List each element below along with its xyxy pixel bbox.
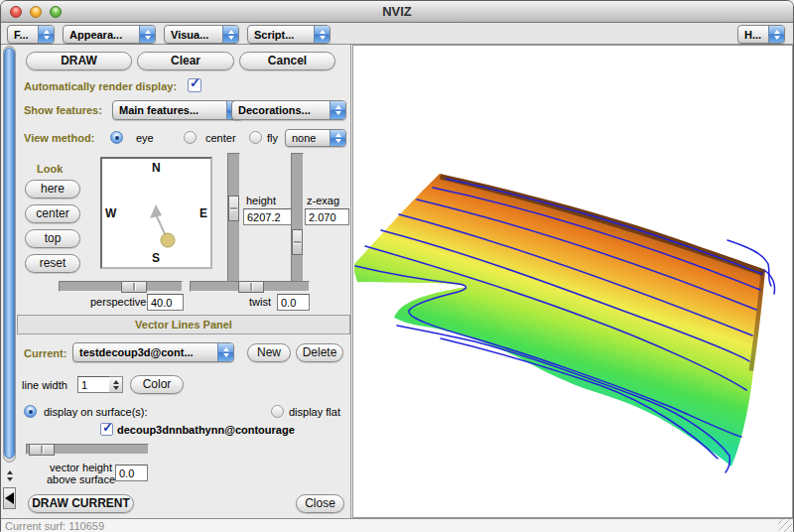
popup-arrows-icon	[330, 101, 345, 119]
fly-mode-popup[interactable]: none	[285, 129, 346, 147]
show-features-label: Show features:	[24, 104, 102, 116]
titlebar: NVIZ	[1, 1, 793, 23]
popup-arrows-icon	[217, 343, 233, 361]
menu-scripting[interactable]: Script...	[247, 25, 331, 44]
view-method-eye-label: eye	[136, 132, 154, 144]
menu-file-label: F...	[8, 29, 38, 41]
view-method-center-radio[interactable]	[184, 131, 197, 144]
vector-height-input[interactable]	[115, 465, 148, 481]
twist-label: twist	[249, 296, 271, 308]
height-label: height	[246, 195, 276, 206]
vector-height-slider-handle[interactable]	[29, 444, 55, 456]
zexag-input[interactable]	[305, 208, 349, 225]
nviz-window: NVIZ F... Appeara... Visua... Script... …	[0, 0, 794, 532]
display-on-surfaces-radio[interactable]	[24, 405, 37, 418]
menu-scripting-label: Script...	[248, 29, 314, 41]
new-button[interactable]: New	[247, 343, 291, 362]
vector-height-label-line1: vector height	[47, 462, 112, 473]
surface-checkbox-label: decoup3dnnbathynn@contourage	[117, 424, 295, 436]
perspective-slider-handle[interactable]	[121, 281, 147, 293]
height-slider-handle[interactable]	[228, 196, 239, 221]
twist-slider-handle[interactable]	[238, 281, 264, 293]
twist-slider[interactable]	[190, 281, 310, 292]
perspective-label: perspective	[90, 296, 146, 308]
panel-scrollbar[interactable]	[3, 46, 16, 463]
scroll-up-icon[interactable]	[7, 470, 13, 474]
zexag-label: z-exag	[307, 195, 339, 206]
stepper-down-icon[interactable]	[113, 386, 119, 390]
draw-button[interactable]: DRAW	[26, 52, 132, 70]
collapse-left-icon	[5, 492, 14, 504]
terrain-surface-graphic	[353, 46, 792, 517]
display-on-surfaces-label: display on surface(s):	[44, 406, 148, 418]
display-flat-radio[interactable]	[271, 405, 284, 418]
stepper-up-icon[interactable]	[113, 380, 119, 384]
display-flat-label: display flat	[289, 406, 340, 418]
cancel-button[interactable]: Cancel	[239, 52, 335, 70]
window-title: NVIZ	[1, 4, 793, 19]
current-label: Current:	[24, 347, 66, 359]
clear-button[interactable]: Clear	[137, 52, 234, 70]
compass-south-label: S	[152, 251, 160, 265]
line-width-label: line width	[22, 379, 67, 391]
fly-mode-popup-label: none	[286, 132, 330, 144]
menu-visualize-label: Visua...	[165, 29, 222, 41]
perspective-slider[interactable]	[59, 281, 183, 292]
decorations-popup[interactable]: Decorations...	[231, 100, 346, 120]
look-label: Look	[37, 163, 63, 175]
vector-lines-panel-header: Vector Lines Panel	[17, 315, 350, 334]
scroll-down-icon[interactable]	[7, 477, 13, 481]
popup-arrows-icon	[314, 26, 330, 43]
menu-appearance[interactable]: Appeara...	[63, 25, 156, 44]
view-method-fly-radio[interactable]	[249, 131, 262, 144]
color-button[interactable]: Color	[130, 375, 184, 394]
menu-help[interactable]: H...	[737, 25, 785, 44]
draw-current-button[interactable]: DRAW CURRENT	[28, 494, 134, 513]
current-vector-popup[interactable]: testdecoup3d@cont...	[72, 342, 234, 362]
statusbar: Current surf: 110659	[1, 518, 793, 532]
collapse-panel-button[interactable]	[3, 487, 16, 509]
twist-input[interactable]	[277, 294, 310, 311]
render-canvas[interactable]	[352, 45, 793, 518]
view-direction-compass[interactable]: N S W E	[100, 157, 212, 269]
view-method-center-label: center	[205, 132, 236, 144]
zexag-slider[interactable]	[291, 153, 304, 282]
menu-file[interactable]: F...	[7, 25, 55, 44]
compass-east-label: E	[199, 206, 207, 220]
perspective-input[interactable]	[147, 294, 184, 311]
panel-scrollbar-thumb[interactable]	[4, 48, 15, 459]
menu-appearance-label: Appeara...	[64, 29, 139, 41]
delete-button[interactable]: Delete	[296, 343, 343, 362]
view-method-label: View method:	[24, 132, 94, 144]
auto-render-checkbox[interactable]: ✓	[188, 78, 201, 92]
checkmark-icon: ✓	[190, 75, 200, 90]
zexag-slider-handle[interactable]	[292, 229, 303, 255]
compass-north-label: N	[152, 161, 161, 175]
vector-height-slider[interactable]	[26, 444, 149, 455]
popup-arrows-icon	[38, 26, 54, 43]
height-input[interactable]	[243, 208, 293, 225]
menu-help-label: H...	[738, 29, 768, 41]
line-width-stepper[interactable]	[109, 376, 123, 393]
popup-arrows-icon	[330, 130, 345, 146]
look-here-button[interactable]: here	[25, 180, 80, 199]
control-panel: DRAW Clear Cancel Automatically render d…	[17, 45, 351, 518]
line-width-input[interactable]	[77, 376, 110, 393]
view-method-eye-radio[interactable]	[110, 131, 123, 144]
surface-checkbox[interactable]: ✓	[100, 423, 113, 436]
panel-scrollbar-arrows[interactable]	[3, 465, 16, 486]
popup-arrows-icon	[139, 26, 155, 43]
main-features-popup[interactable]: Main features...	[112, 100, 243, 120]
resize-grip[interactable]	[778, 519, 792, 532]
view-method-fly-label: fly	[267, 132, 278, 144]
status-text: Current surf: 110659	[5, 520, 104, 532]
look-center-button[interactable]: center	[25, 204, 80, 223]
checkmark-icon: ✓	[102, 420, 113, 435]
height-slider[interactable]	[227, 153, 240, 282]
main-features-popup-label: Main features...	[113, 104, 226, 116]
look-top-button[interactable]: top	[25, 229, 80, 248]
look-reset-button[interactable]: reset	[25, 254, 80, 273]
close-button[interactable]: Close	[296, 494, 344, 513]
popup-arrows-icon	[222, 26, 238, 43]
menu-visualize[interactable]: Visua...	[164, 25, 239, 44]
